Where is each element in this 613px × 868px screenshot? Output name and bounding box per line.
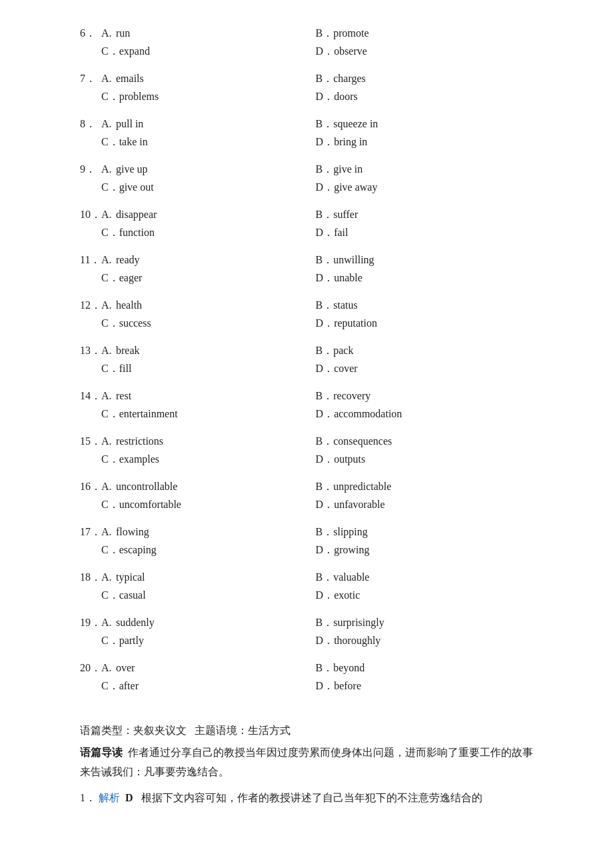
q6-b-text: promote [333, 27, 368, 39]
analysis-section: 语篇类型：夹叙夹议文 主题语境：生活方式 语篇导读 作者通过分享自己的教授当年因… [80, 724, 533, 807]
question-row-16: 16． A. uncontrollable B． unpredictable [80, 480, 533, 494]
q12-right: B． status [316, 299, 533, 313]
q14-b-label: B． [316, 389, 334, 403]
q15-b-text: consequences [333, 435, 392, 447]
question-row-20-cd: C． after D． before [80, 679, 533, 693]
q16-c-text: uncomfortable [119, 499, 181, 511]
q18-left: 18． A. typical [80, 571, 297, 585]
question-row-14-cd: C． entertainment D． accommodation [80, 407, 533, 421]
q10-c-left: C． function [80, 226, 297, 240]
q6-number: 6． [80, 27, 101, 41]
q6-c-text: expand [119, 45, 150, 57]
q20-left: 20． A. over [80, 661, 297, 675]
theme-label: 主题语境： [195, 725, 248, 736]
q6-b-label: B． [316, 27, 334, 41]
q6-d-label: D． [316, 45, 334, 59]
q19-right: B． surprisingly [316, 616, 533, 630]
q12-b-label: B． [316, 299, 334, 313]
question-row-19-cd: C． partly D． thoroughly [80, 634, 533, 648]
q6-c-left: C． expand [80, 45, 297, 59]
q18-d-label: D． [316, 589, 334, 603]
q6-left: 6． A. run [80, 27, 297, 41]
q10-a-text: disappear [116, 209, 157, 221]
q12-d-text: reputation [334, 317, 377, 329]
q10-d-right: D． fail [316, 226, 533, 240]
q8-c-label: C． [101, 135, 119, 149]
q16-d-text: unfavorable [334, 499, 384, 511]
intro-label: 语篇导读 [80, 747, 123, 758]
question-row-11: 11． A. ready B． unwilling [80, 253, 533, 267]
q13-c-label: C． [101, 362, 119, 376]
q8-a-text: pull in [116, 118, 143, 130]
q13-number: 13． [80, 344, 101, 358]
q9-b-label: B． [316, 163, 334, 177]
q16-c-label: C． [101, 498, 119, 512]
q19-a-label: A. [101, 617, 116, 629]
q15-right: B． consequences [316, 435, 533, 449]
q11-right: B． unwilling [316, 253, 533, 267]
q10-b-text: suffer [333, 209, 358, 221]
q11-c-label: C． [101, 271, 119, 285]
q20-d-text: before [334, 680, 361, 692]
q14-c-left: C． entertainment [80, 407, 297, 421]
q11-d-right: D． unable [316, 271, 533, 285]
q18-d-right: D． exotic [316, 589, 533, 603]
q11-left: 11． A. ready [80, 253, 297, 267]
q7-c-label: C． [101, 90, 119, 104]
q17-b-label: B． [316, 525, 334, 539]
q20-a-text: over [116, 662, 135, 674]
q9-right: B． give in [316, 163, 533, 177]
question-row-15: 15． A. restrictions B． consequences [80, 435, 533, 449]
q14-c-label: C． [101, 407, 119, 421]
q13-d-label: D． [316, 362, 334, 376]
q8-right: B． squeeze in [316, 117, 533, 131]
q17-d-right: D． growing [316, 543, 533, 557]
q8-left: 8． A. pull in [80, 117, 297, 131]
question-row-9: 9． A. give up B． give in [80, 163, 533, 177]
q16-a-text: uncontrollable [116, 481, 177, 493]
question-row-20: 20． A. over B． beyond [80, 661, 533, 675]
q10-left: 10． A. disappear [80, 208, 297, 222]
q17-number: 17． [80, 525, 101, 539]
item1-link[interactable]: 解析 [99, 792, 120, 803]
q20-d-right: D． before [316, 679, 533, 693]
q10-d-text: fail [334, 227, 348, 239]
question-row-19: 19． A. suddenly B． surprisingly [80, 616, 533, 630]
question-row-6-cd: C． expand D． observe [80, 45, 533, 59]
q13-a-label: A. [101, 345, 116, 357]
question-row-13: 13． A. break B． pack [80, 344, 533, 358]
question-row-12: 12． A. health B． status [80, 299, 533, 313]
q14-a-text: rest [116, 390, 131, 402]
questions-container: 6． A. run B． promote C． expand D． observ… [80, 27, 533, 807]
q8-d-text: bring in [334, 136, 367, 148]
question-row-14: 14． A. rest B． recovery [80, 389, 533, 403]
q7-number: 7． [80, 72, 101, 86]
q12-d-label: D． [316, 317, 334, 331]
q18-c-text: casual [119, 589, 146, 601]
q15-number: 15． [80, 435, 101, 449]
q11-a-label: A. [101, 254, 116, 266]
q10-d-label: D． [316, 226, 334, 240]
q15-c-text: examples [119, 453, 159, 465]
question-row-6: 6． A. run B． promote [80, 27, 533, 41]
q15-b-label: B． [316, 435, 334, 449]
q11-d-text: unable [334, 272, 362, 284]
q13-a-text: break [116, 345, 140, 357]
q17-d-label: D． [316, 543, 334, 557]
q11-d-label: D． [316, 271, 334, 285]
q11-b-label: B． [316, 253, 334, 267]
q14-d-text: accommodation [334, 408, 402, 420]
question-row-7: 7． A. emails B． charges [80, 72, 533, 86]
q12-number: 12． [80, 299, 101, 313]
q14-b-text: recovery [333, 390, 370, 402]
q19-d-label: D． [316, 634, 334, 648]
q12-b-text: status [333, 299, 357, 311]
q20-c-label: C． [101, 679, 119, 693]
q10-number: 10． [80, 208, 101, 222]
q12-a-label: A. [101, 299, 116, 311]
question-row-11-cd: C． eager D． unable [80, 271, 533, 285]
q14-left: 14． A. rest [80, 389, 297, 403]
q16-d-right: D． unfavorable [316, 498, 533, 512]
q18-number: 18． [80, 571, 101, 585]
q19-d-right: D． thoroughly [316, 634, 533, 648]
